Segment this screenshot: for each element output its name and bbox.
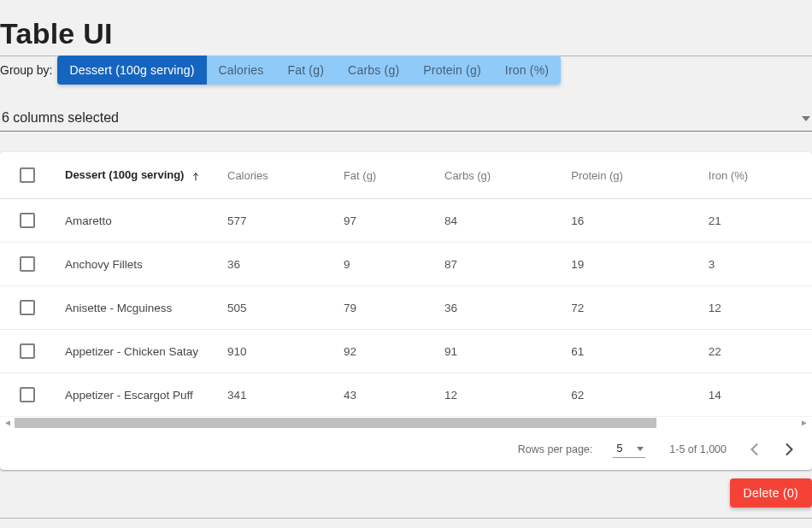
group-by-option-fat[interactable]: Fat (g) bbox=[275, 56, 336, 85]
data-table: Dessert (100g serving) Calories Fat (g) … bbox=[0, 152, 812, 416]
cell-fat: 97 bbox=[333, 199, 434, 243]
cell-protein: 19 bbox=[561, 243, 698, 286]
column-header-carbs[interactable]: Carbs (g) bbox=[434, 152, 561, 199]
group-by-label: Group by: bbox=[0, 63, 57, 77]
cell-protein: 62 bbox=[561, 373, 698, 417]
column-header-label: Dessert (100g serving) bbox=[65, 168, 184, 181]
cell-name: Anchovy Fillets bbox=[55, 243, 217, 286]
row-checkbox[interactable] bbox=[20, 256, 35, 272]
table-row: Amaretto 577 97 84 16 21 bbox=[0, 199, 812, 243]
table-row: Appetizer - Escargot Puff 341 43 12 62 1… bbox=[0, 373, 812, 417]
cell-name: Amaretto bbox=[55, 199, 217, 243]
cell-carbs: 36 bbox=[434, 286, 561, 330]
pagination-range: 1-5 of 1,000 bbox=[669, 443, 727, 455]
cell-protein: 16 bbox=[561, 199, 698, 243]
pagination-arrows bbox=[750, 443, 793, 455]
column-selector[interactable]: 6 columns selected bbox=[0, 107, 812, 132]
rows-per-page: Rows per page: 5 bbox=[518, 440, 646, 458]
group-by-toggle: Dessert (100g serving) Calories Fat (g) … bbox=[57, 56, 561, 85]
cell-name: Anisette - Mcguiness bbox=[55, 286, 217, 330]
cell-carbs: 87 bbox=[434, 243, 561, 286]
cell-fat: 79 bbox=[333, 286, 434, 330]
cell-fat: 92 bbox=[333, 330, 434, 373]
cell-fat: 43 bbox=[333, 373, 434, 417]
row-checkbox[interactable] bbox=[20, 343, 35, 359]
pagination: Rows per page: 5 1-5 of 1,000 bbox=[0, 428, 812, 470]
row-checkbox[interactable] bbox=[20, 387, 35, 402]
table-row: Anisette - Mcguiness 505 79 36 72 12 bbox=[0, 286, 812, 330]
cell-name: Appetizer - Chicken Satay bbox=[55, 330, 217, 373]
group-by-option-dessert[interactable]: Dessert (100g serving) bbox=[57, 56, 206, 85]
cell-protein: 61 bbox=[561, 330, 698, 373]
column-header-protein[interactable]: Protein (g) bbox=[561, 152, 698, 199]
group-by-row: Group by: Dessert (100g serving) Calorie… bbox=[0, 56, 812, 85]
cell-calories: 577 bbox=[217, 199, 333, 243]
rows-per-page-select[interactable]: 5 bbox=[613, 440, 645, 458]
group-by-option-carbs[interactable]: Carbs (g) bbox=[336, 56, 411, 85]
chevron-down-icon bbox=[637, 442, 644, 455]
rows-per-page-value: 5 bbox=[616, 442, 622, 455]
data-table-card: Dessert (100g serving) Calories Fat (g) … bbox=[0, 152, 812, 470]
column-selector-text: 6 columns selected bbox=[2, 110, 119, 126]
row-checkbox[interactable] bbox=[20, 300, 35, 315]
row-checkbox[interactable] bbox=[20, 213, 35, 228]
group-by-option-calories[interactable]: Calories bbox=[207, 56, 276, 85]
cell-iron: 14 bbox=[698, 373, 812, 417]
table-row: Appetizer - Chicken Satay 910 92 91 61 2… bbox=[0, 330, 812, 373]
cell-carbs: 12 bbox=[434, 373, 561, 417]
column-header-fat[interactable]: Fat (g) bbox=[333, 152, 434, 199]
prev-page-button[interactable] bbox=[750, 443, 758, 455]
sort-asc-icon bbox=[191, 168, 201, 182]
cell-iron: 12 bbox=[698, 286, 812, 330]
next-page-button[interactable] bbox=[786, 443, 793, 455]
column-header-dessert[interactable]: Dessert (100g serving) bbox=[55, 152, 217, 199]
cell-calories: 341 bbox=[217, 373, 333, 417]
table-row: Anchovy Fillets 36 9 87 19 3 bbox=[0, 243, 812, 286]
cell-calories: 36 bbox=[217, 243, 333, 286]
cell-calories: 910 bbox=[217, 330, 333, 373]
cell-iron: 3 bbox=[698, 243, 812, 286]
rows-per-page-label: Rows per page: bbox=[518, 443, 593, 455]
cell-carbs: 84 bbox=[434, 199, 561, 243]
action-row: Delete (0) bbox=[0, 478, 812, 513]
table-header-row: Dessert (100g serving) Calories Fat (g) … bbox=[0, 152, 812, 199]
cell-calories: 505 bbox=[217, 286, 333, 330]
cell-fat: 9 bbox=[333, 243, 434, 286]
column-header-iron[interactable]: Iron (%) bbox=[698, 152, 812, 199]
delete-button[interactable]: Delete (0) bbox=[730, 478, 812, 507]
select-all-checkbox[interactable] bbox=[20, 167, 35, 183]
cell-carbs: 91 bbox=[434, 330, 561, 373]
horizontal-scrollbar[interactable]: ◄ ► bbox=[0, 416, 812, 428]
column-header-calories[interactable]: Calories bbox=[217, 152, 333, 199]
chevron-down-icon bbox=[802, 110, 810, 126]
page-title: Table UI bbox=[0, 17, 812, 50]
cell-protein: 72 bbox=[561, 286, 698, 330]
group-by-option-iron[interactable]: Iron (%) bbox=[493, 56, 561, 85]
scrollbar-thumb[interactable] bbox=[15, 418, 656, 428]
scrollbar-track[interactable] bbox=[15, 418, 797, 428]
header-checkbox-cell bbox=[0, 152, 55, 199]
group-by-option-protein[interactable]: Protein (g) bbox=[411, 56, 493, 85]
cell-name: Appetizer - Escargot Puff bbox=[55, 373, 217, 417]
divider bbox=[0, 518, 812, 519]
scroll-left-icon[interactable]: ◄ bbox=[3, 418, 13, 427]
scroll-right-icon[interactable]: ► bbox=[799, 418, 809, 427]
cell-iron: 21 bbox=[698, 199, 812, 243]
cell-iron: 22 bbox=[698, 330, 812, 373]
